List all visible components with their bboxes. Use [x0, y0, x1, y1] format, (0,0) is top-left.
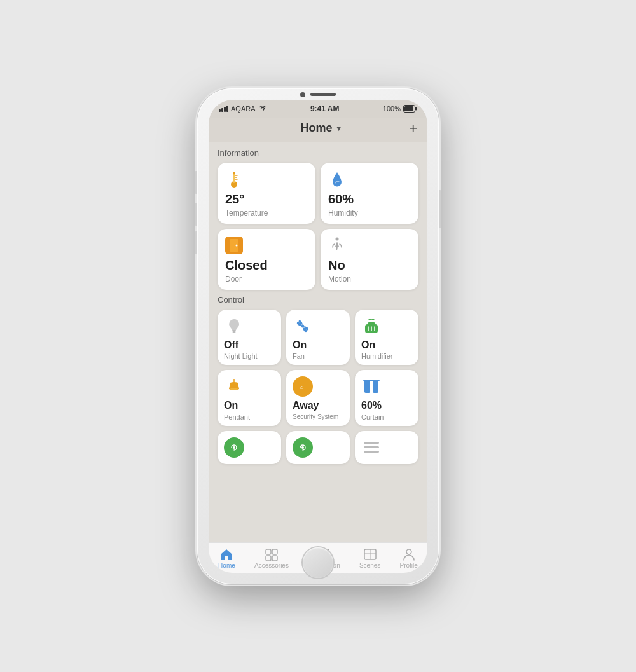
nav-profile[interactable]: Profile	[395, 547, 423, 570]
add-button[interactable]: +	[409, 121, 417, 135]
humidifier-value: On	[361, 339, 375, 351]
svg-point-43	[406, 549, 411, 554]
svg-rect-13	[232, 330, 236, 331]
battery-percent: 100%	[383, 105, 401, 113]
humidifier-label: Humidifier	[361, 352, 393, 360]
bulb-icon	[224, 316, 244, 336]
gray-bar-card[interactable]	[355, 431, 418, 464]
chevron-down-icon[interactable]: ▼	[335, 124, 343, 133]
camera	[300, 92, 305, 97]
profile-nav-icon	[402, 548, 416, 561]
screen: AQARA 9:41 AM 100%	[209, 100, 427, 573]
svg-rect-34	[266, 549, 271, 554]
svg-point-28	[233, 446, 235, 449]
svg-rect-25	[364, 380, 370, 393]
home-title-text: Home	[301, 121, 333, 135]
phone-notch	[300, 92, 336, 97]
battery-icon	[403, 105, 417, 113]
control-row2-grid: On Pendant ⌂	[218, 370, 418, 426]
automation1-card[interactable]	[218, 431, 281, 464]
svg-rect-2	[404, 106, 413, 111]
home-button[interactable]	[303, 547, 333, 578]
door-card[interactable]: Closed Door	[218, 229, 315, 290]
svg-rect-31	[364, 442, 379, 444]
humidifier-card[interactable]: On Humidifier	[355, 310, 418, 366]
status-right: 100%	[383, 105, 417, 113]
curtain-icon	[361, 376, 382, 397]
pendant-label: Pendant	[224, 413, 250, 421]
humidity-card[interactable]: 60% Humidity	[321, 163, 418, 224]
signal-icon	[219, 106, 228, 112]
temperature-card[interactable]: 25° Temperature	[218, 163, 315, 224]
svg-rect-37	[272, 556, 277, 561]
status-bar: AQARA 9:41 AM 100%	[209, 100, 427, 118]
status-left: AQARA	[219, 104, 267, 113]
svg-point-30	[301, 446, 304, 449]
security-icon: ⌂	[293, 376, 313, 397]
wifi-icon	[258, 104, 267, 113]
automation2-card[interactable]	[286, 431, 350, 464]
information-section-label: Information	[218, 148, 418, 158]
temperature-value: 25°	[225, 192, 308, 206]
svg-rect-35	[272, 549, 277, 554]
humidity-label: Humidity	[328, 209, 411, 217]
svg-rect-5	[233, 174, 235, 183]
door-value: Closed	[225, 258, 308, 272]
thermometer-icon	[225, 170, 243, 188]
carrier-label: AQARA	[231, 105, 256, 113]
home-nav-icon	[219, 548, 233, 561]
security-value: Away	[293, 400, 319, 411]
motion-card[interactable]: No Motion	[321, 229, 418, 290]
gray-bar-icon	[361, 437, 382, 458]
accessories-nav-icon	[265, 548, 279, 561]
night-light-value: Off	[224, 339, 238, 351]
security-label: Security System	[293, 413, 338, 421]
svg-rect-36	[266, 556, 271, 561]
automation2-icon	[293, 437, 313, 458]
motion-icon	[328, 237, 346, 254]
motion-value: No	[328, 258, 411, 272]
control-row3-grid	[218, 431, 418, 464]
temperature-label: Temperature	[225, 209, 308, 217]
status-time: 9:41 AM	[310, 104, 340, 113]
door-label: Door	[225, 275, 308, 284]
svg-point-15	[301, 324, 305, 327]
accessories-nav-label: Accessories	[254, 562, 289, 569]
svg-rect-32	[364, 446, 379, 448]
automation1-icon	[224, 437, 244, 458]
night-light-label: Night Light	[224, 352, 258, 360]
scenes-nav-icon	[363, 548, 377, 561]
svg-rect-1	[415, 107, 417, 110]
nav-scenes[interactable]: Scenes	[354, 547, 385, 570]
info-cards-grid: 25° Temperature	[218, 163, 418, 290]
fan-icon	[293, 316, 313, 336]
fan-value: On	[293, 339, 307, 351]
svg-text:⌂: ⌂	[300, 384, 303, 390]
humidity-value: 60%	[328, 192, 411, 206]
svg-rect-17	[368, 322, 375, 326]
profile-nav-label: Profile	[400, 562, 418, 569]
phone-frame: AQARA 9:41 AM 100%	[197, 88, 439, 584]
control-row1-grid: Off Night Light	[218, 310, 418, 366]
curtain-card[interactable]: 60% Curtain	[355, 370, 418, 426]
door-icon	[225, 237, 243, 254]
svg-rect-14	[233, 331, 236, 333]
svg-rect-33	[364, 451, 379, 453]
pendant-card[interactable]: On Pendant	[218, 370, 281, 426]
svg-rect-26	[373, 380, 378, 393]
motion-label: Motion	[328, 275, 411, 284]
control-section-label: Control	[218, 295, 418, 305]
fan-card[interactable]: On Fan	[286, 310, 350, 366]
fan-label: Fan	[293, 352, 305, 360]
pendant-value: On	[224, 400, 238, 411]
security-card[interactable]: ⌂ Away Security System	[286, 370, 350, 426]
humidifier-icon	[361, 316, 382, 336]
night-light-card[interactable]: Off Night Light	[218, 310, 281, 366]
svg-point-22	[230, 388, 238, 390]
header-title: Home ▼	[301, 121, 343, 135]
home-nav-label: Home	[218, 562, 235, 569]
phone-body: AQARA 9:41 AM 100%	[197, 88, 439, 584]
pendant-icon	[224, 376, 244, 397]
nav-accessories[interactable]: Accessories	[249, 547, 294, 570]
nav-home[interactable]: Home	[213, 547, 240, 570]
